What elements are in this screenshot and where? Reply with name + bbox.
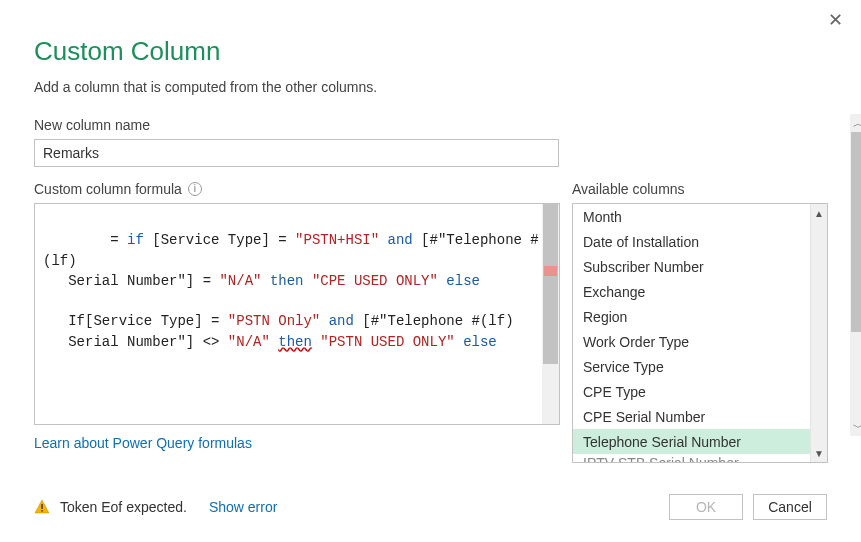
ok-button[interactable]: OK [669, 494, 743, 520]
learn-formulas-link[interactable]: Learn about Power Query formulas [34, 435, 252, 451]
formula-label: Custom column formula i [34, 181, 560, 197]
formula-label-text: Custom column formula [34, 181, 182, 197]
show-error-link[interactable]: Show error [209, 499, 277, 515]
scroll-up-icon[interactable]: ▲ [811, 204, 827, 222]
column-name-input[interactable] [34, 139, 559, 167]
dialog-scroll-up-icon[interactable]: ︿ [850, 114, 861, 132]
svg-rect-2 [41, 510, 43, 512]
scroll-down-icon[interactable]: ▼ [811, 444, 827, 462]
formula-scrollbar[interactable] [542, 204, 559, 424]
dialog-scrollbar-thumb[interactable] [851, 132, 861, 332]
close-icon[interactable]: ✕ [823, 8, 847, 32]
button-row: OK Cancel [669, 494, 827, 520]
list-item[interactable]: CPE Type [573, 379, 827, 404]
cancel-button[interactable]: Cancel [753, 494, 827, 520]
list-item[interactable]: Work Order Type [573, 329, 827, 354]
dialog-scroll-down-icon[interactable]: ﹀ [850, 418, 861, 436]
list-item[interactable]: CPE Serial Number [573, 404, 827, 429]
formula-error-marker[interactable] [544, 266, 557, 276]
list-item[interactable]: Date of Installation [573, 229, 827, 254]
info-icon[interactable]: i [188, 182, 202, 196]
available-columns-label: Available columns [572, 181, 828, 197]
list-item[interactable]: IPTV STB Serial Number [573, 454, 827, 463]
svg-rect-1 [41, 504, 43, 509]
list-item[interactable]: Exchange [573, 279, 827, 304]
warning-icon [34, 499, 50, 515]
dialog-scrollbar[interactable]: ︿ ﹀ [850, 114, 861, 436]
status-area: Token Eof expected. Show error [34, 499, 277, 515]
dialog-subtitle: Add a column that is computed from the o… [34, 79, 827, 95]
dialog-title: Custom Column [34, 36, 827, 67]
formula-scrollbar-thumb[interactable] [543, 204, 558, 364]
column-name-label: New column name [34, 117, 827, 133]
columns-scrollbar[interactable]: ▲ ▼ [810, 204, 827, 462]
custom-column-dialog: ✕ Custom Column Add a column that is com… [0, 0, 861, 542]
formula-content: = if [Service Type] = "PSTN+HSI" and [#"… [43, 232, 539, 349]
list-item[interactable]: Month [573, 204, 827, 229]
available-columns-list[interactable]: MonthDate of InstallationSubscriber Numb… [572, 203, 828, 463]
list-item[interactable]: Telephone Serial Number [573, 429, 827, 454]
list-item[interactable]: Service Type [573, 354, 827, 379]
dialog-footer: Token Eof expected. Show error OK Cancel [34, 494, 827, 520]
status-message: Token Eof expected. [60, 499, 187, 515]
list-item[interactable]: Region [573, 304, 827, 329]
list-item[interactable]: Subscriber Number [573, 254, 827, 279]
formula-editor[interactable]: = if [Service Type] = "PSTN+HSI" and [#"… [34, 203, 560, 425]
